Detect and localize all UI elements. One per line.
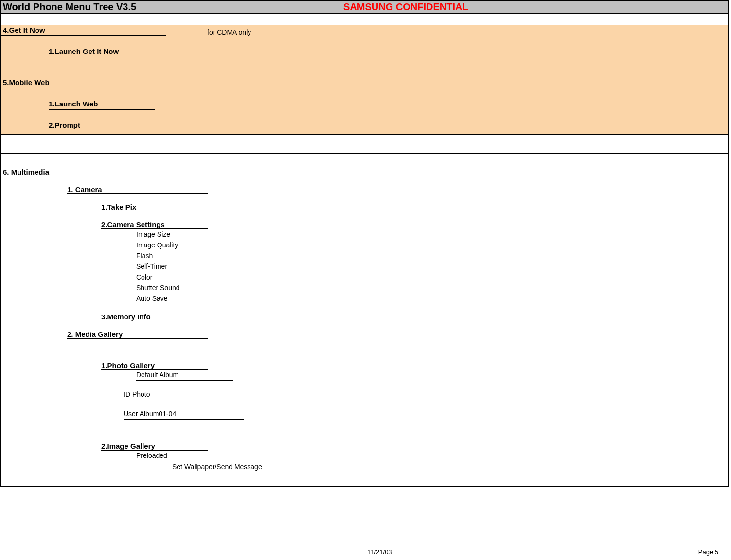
setting-flash: Flash [136,250,728,261]
setting-auto-save: Auto Save [136,293,728,304]
menu-take-pix: 1.Take Pix [101,203,208,211]
spacer [1,14,728,25]
menu-mobile-web: 5.Mobile Web [1,77,157,88]
note-cdma-only: for CDMA only [207,28,251,36]
menu-photo-gallery: 1.Photo Gallery [101,361,208,370]
menu-get-it-now: 4.Get It Now [1,25,166,36]
multimedia-section: 6. Multimedia 1. Camera 1.Take Pix 2.Cam… [1,154,728,486]
menu-launch-web: 1.Launch Web [49,99,155,110]
item-set-wallpaper-send: Set Wallpaper/Send Message [172,461,728,472]
item-id-photo: ID Photo [124,389,232,400]
menu-multimedia: 6. Multimedia [1,168,205,176]
menu-launch-get-it-now: 1.Launch Get It Now [49,46,155,57]
cdma-section: 4.Get It Now for CDMA only 1.Launch Get … [1,25,728,135]
item-default-album: Default Album [136,369,233,381]
item-user-album: User Album01-04 [124,408,244,420]
menu-media-gallery: 2. Media Gallery [67,330,208,339]
section-divider [1,135,728,154]
setting-color: Color [136,272,728,282]
setting-shutter-sound: Shutter Sound [136,282,728,293]
menu-camera: 1. Camera [67,185,208,194]
setting-image-quality: Image Quality [136,240,728,250]
page-title: World Phone Menu Tree V3.5 [1,1,136,13]
setting-self-timer: Self-Timer [136,261,728,272]
menu-camera-settings: 2.Camera Settings [101,220,208,229]
item-preloaded: Preloaded [136,450,233,461]
header-bar: World Phone Menu Tree V3.5 SAMSUNG CONFI… [1,1,728,14]
menu-image-gallery: 2.Image Gallery [101,442,208,451]
menu-prompt: 2.Prompt [49,120,155,131]
footer-date: 11/21/03 [367,548,392,556]
setting-image-size: Image Size [136,229,728,240]
menu-memory-info: 3.Memory Info [101,313,208,321]
footer-page: Page 5 [698,548,718,556]
confidential-label: SAMSUNG CONFIDENTIAL [343,1,468,13]
